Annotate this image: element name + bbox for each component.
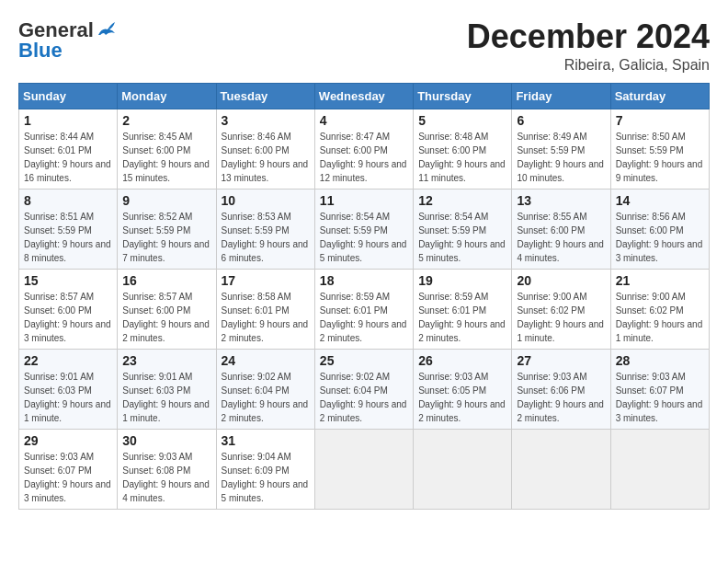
calendar-day-cell: 12Sunrise: 8:54 AMSunset: 5:59 PMDayligh… (414, 189, 512, 269)
calendar-day-cell: 28Sunrise: 9:03 AMSunset: 6:07 PMDayligh… (610, 349, 709, 429)
sunrise-label: Sunrise: 8:51 AM (24, 212, 94, 222)
calendar-week-row: 8Sunrise: 8:51 AMSunset: 5:59 PMDaylight… (19, 189, 710, 269)
day-info: Sunrise: 9:03 AMSunset: 6:05 PMDaylight:… (418, 370, 506, 425)
calendar-day-cell: 13Sunrise: 8:55 AMSunset: 6:00 PMDayligh… (512, 189, 610, 269)
calendar-day-cell (512, 429, 610, 509)
calendar-day-cell: 19Sunrise: 8:59 AMSunset: 6:01 PMDayligh… (414, 269, 512, 349)
sunrise-label: Sunrise: 8:45 AM (122, 132, 192, 142)
daylight-label: Daylight: 9 hours and 2 minutes. (122, 319, 210, 343)
sunrise-label: Sunrise: 9:00 AM (517, 292, 586, 302)
sunrise-label: Sunrise: 8:47 AM (320, 132, 390, 142)
day-number: 8 (24, 193, 112, 208)
day-info: Sunrise: 8:57 AMSunset: 6:00 PMDaylight:… (122, 290, 210, 345)
daylight-label: Daylight: 9 hours and 2 minutes. (320, 319, 407, 343)
sunrise-label: Sunrise: 8:54 AM (320, 212, 390, 222)
calendar-day-cell: 29Sunrise: 9:03 AMSunset: 6:07 PMDayligh… (19, 429, 118, 509)
day-number: 26 (418, 353, 506, 368)
day-number: 7 (616, 113, 704, 128)
sunrise-label: Sunrise: 8:46 AM (222, 132, 291, 142)
sunrise-label: Sunrise: 8:44 AM (24, 132, 94, 142)
location-subtitle: Ribeira, Galicia, Spain (467, 57, 710, 74)
calendar-day-cell: 15Sunrise: 8:57 AMSunset: 6:00 PMDayligh… (19, 269, 118, 349)
day-number: 29 (24, 433, 112, 448)
sunset-label: Sunset: 6:05 PM (418, 385, 486, 396)
day-info: Sunrise: 9:03 AMSunset: 6:07 PMDaylight:… (616, 370, 704, 425)
sunrise-label: Sunrise: 9:01 AM (122, 372, 192, 382)
day-number: 2 (122, 113, 210, 128)
calendar-day-cell: 9Sunrise: 8:52 AMSunset: 5:59 PMDaylight… (118, 189, 216, 269)
daylight-label: Daylight: 9 hours and 2 minutes. (222, 319, 309, 343)
calendar-day-cell: 2Sunrise: 8:45 AMSunset: 6:00 PMDaylight… (118, 109, 216, 189)
calendar-week-row: 15Sunrise: 8:57 AMSunset: 6:00 PMDayligh… (19, 269, 710, 349)
sunset-label: Sunset: 6:00 PM (418, 145, 486, 155)
day-number: 9 (122, 193, 210, 208)
calendar-day-cell (314, 429, 413, 509)
sunset-label: Sunset: 6:01 PM (418, 305, 486, 316)
col-header-wednesday: Wednesday (314, 83, 413, 109)
daylight-label: Daylight: 9 hours and 15 minutes. (122, 159, 210, 183)
sunset-label: Sunset: 6:08 PM (122, 465, 190, 476)
calendar-day-cell: 14Sunrise: 8:56 AMSunset: 6:00 PMDayligh… (610, 189, 709, 269)
daylight-label: Daylight: 9 hours and 12 minutes. (320, 159, 407, 183)
sunset-label: Sunset: 5:59 PM (24, 225, 92, 236)
day-number: 13 (517, 193, 605, 208)
day-info: Sunrise: 8:57 AMSunset: 6:00 PMDaylight:… (24, 290, 112, 345)
day-info: Sunrise: 9:01 AMSunset: 6:03 PMDaylight:… (24, 370, 112, 425)
sunset-label: Sunset: 6:02 PM (616, 305, 684, 316)
day-number: 21 (616, 273, 704, 288)
calendar-day-cell: 25Sunrise: 9:02 AMSunset: 6:04 PMDayligh… (314, 349, 413, 429)
sunset-label: Sunset: 6:00 PM (122, 145, 190, 155)
calendar-day-cell: 22Sunrise: 9:01 AMSunset: 6:03 PMDayligh… (19, 349, 118, 429)
sunset-label: Sunset: 6:00 PM (122, 305, 190, 316)
daylight-label: Daylight: 9 hours and 5 minutes. (222, 479, 309, 503)
calendar-day-cell: 17Sunrise: 8:58 AMSunset: 6:01 PMDayligh… (216, 269, 314, 349)
day-number: 28 (616, 353, 704, 368)
day-number: 23 (122, 353, 210, 368)
daylight-label: Daylight: 9 hours and 8 minutes. (24, 239, 111, 263)
sunset-label: Sunset: 6:01 PM (222, 305, 290, 316)
sunset-label: Sunset: 6:00 PM (24, 305, 92, 316)
calendar-day-cell: 4Sunrise: 8:47 AMSunset: 6:00 PMDaylight… (314, 109, 413, 189)
day-info: Sunrise: 8:51 AMSunset: 5:59 PMDaylight:… (24, 210, 112, 265)
sunrise-label: Sunrise: 8:52 AM (122, 212, 192, 222)
sunset-label: Sunset: 6:00 PM (616, 225, 684, 236)
sunrise-label: Sunrise: 8:55 AM (517, 212, 586, 222)
day-number: 4 (320, 113, 408, 128)
calendar-day-cell: 18Sunrise: 8:59 AMSunset: 6:01 PMDayligh… (314, 269, 413, 349)
calendar-day-cell: 23Sunrise: 9:01 AMSunset: 6:03 PMDayligh… (118, 349, 216, 429)
day-number: 10 (222, 193, 310, 208)
day-number: 19 (418, 273, 506, 288)
sunrise-label: Sunrise: 8:59 AM (320, 292, 390, 302)
daylight-label: Daylight: 9 hours and 13 minutes. (222, 159, 309, 183)
col-header-sunday: Sunday (19, 83, 118, 109)
calendar-day-cell: 6Sunrise: 8:49 AMSunset: 5:59 PMDaylight… (512, 109, 610, 189)
day-number: 27 (517, 353, 605, 368)
calendar-day-cell: 16Sunrise: 8:57 AMSunset: 6:00 PMDayligh… (118, 269, 216, 349)
sunset-label: Sunset: 6:07 PM (616, 385, 684, 396)
daylight-label: Daylight: 9 hours and 3 minutes. (616, 239, 703, 263)
calendar-day-cell: 26Sunrise: 9:03 AMSunset: 6:05 PMDayligh… (414, 349, 512, 429)
calendar-day-cell: 5Sunrise: 8:48 AMSunset: 6:00 PMDaylight… (414, 109, 512, 189)
calendar-day-cell: 11Sunrise: 8:54 AMSunset: 5:59 PMDayligh… (314, 189, 413, 269)
daylight-label: Daylight: 9 hours and 10 minutes. (517, 159, 604, 183)
daylight-label: Daylight: 9 hours and 1 minute. (24, 399, 111, 423)
sunset-label: Sunset: 6:07 PM (24, 465, 92, 476)
calendar-day-cell (610, 429, 709, 509)
day-info: Sunrise: 9:02 AMSunset: 6:04 PMDaylight:… (222, 370, 310, 425)
calendar-table: SundayMondayTuesdayWednesdayThursdayFrid… (18, 83, 710, 510)
sunrise-label: Sunrise: 9:03 AM (418, 372, 488, 382)
calendar-day-cell: 27Sunrise: 9:03 AMSunset: 6:06 PMDayligh… (512, 349, 610, 429)
col-header-saturday: Saturday (610, 83, 709, 109)
calendar-header-row: SundayMondayTuesdayWednesdayThursdayFrid… (19, 83, 710, 109)
day-info: Sunrise: 8:56 AMSunset: 6:00 PMDaylight:… (616, 210, 704, 265)
daylight-label: Daylight: 9 hours and 2 minutes. (222, 399, 309, 423)
calendar-day-cell: 31Sunrise: 9:04 AMSunset: 6:09 PMDayligh… (216, 429, 314, 509)
sunrise-label: Sunrise: 9:03 AM (122, 452, 192, 462)
sunset-label: Sunset: 5:59 PM (517, 145, 585, 155)
sunrise-label: Sunrise: 9:03 AM (517, 372, 586, 382)
sunset-label: Sunset: 6:03 PM (122, 385, 190, 396)
day-number: 30 (122, 433, 210, 448)
logo-bird-icon (95, 22, 115, 39)
sunrise-label: Sunrise: 8:58 AM (222, 292, 291, 302)
daylight-label: Daylight: 9 hours and 2 minutes. (517, 399, 604, 423)
